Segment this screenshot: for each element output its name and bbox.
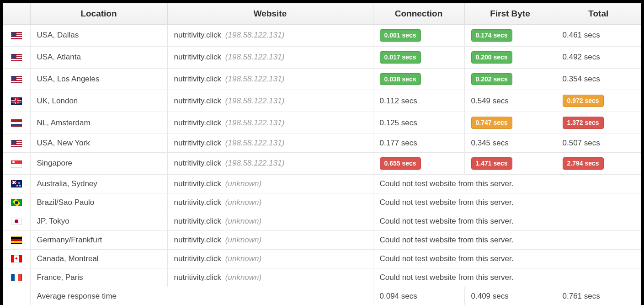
website-cell: nutritivity.click (198.58.122.131) [167,46,373,68]
website-ip: (unknown) [225,179,261,188]
total-cell: 0.461 secs [556,25,641,47]
average-flag-cell [3,287,30,305]
website-ip: (198.58.122.131) [225,53,285,61]
connection-cell: 0.125 secs [373,112,464,134]
table-row: UK, Londonnutritivity.click (198.58.122.… [3,90,641,112]
average-label: Average response time [30,287,373,305]
error-cell: Could not test website from this server. [373,268,641,287]
website-ip: (unknown) [225,217,261,225]
website-cell: nutritivity.click (unknown) [167,230,373,249]
flag-cell [3,25,30,47]
connection-cell: 0.655 secs [373,152,464,174]
website-cell: nutritivity.click (198.58.122.131) [167,68,373,90]
location-cell: Singapore [30,152,167,174]
total-cell: 1.372 secs [556,112,641,134]
average-first-byte: 0.409 secs [464,287,556,305]
first-byte-cell: 0.202 secs [464,68,556,90]
error-cell: Could not test website from this server. [373,249,641,268]
location-cell: USA, Atlanta [30,46,167,68]
latency-results-table: Location Website Connection First Byte T… [3,3,641,305]
table-row: Brazil/Sao Paulonutritivity.click (unkno… [3,193,641,212]
location-cell: USA, New York [30,134,167,152]
website-domain: nutritivity.click [174,179,222,188]
first-byte-cell: 0.174 secs [464,25,556,47]
flag-icon-us [11,32,22,39]
website-domain: nutritivity.click [174,75,222,83]
flag-cell [3,134,30,152]
latency-results-panel: Location Website Connection First Byte T… [0,0,644,305]
average-connection: 0.094 secs [373,287,464,305]
first-byte-cell: 0.549 secs [464,90,556,112]
website-ip: (unknown) [225,235,261,244]
time-badge: 0.174 secs [471,29,512,42]
flag-icon-de [11,236,22,244]
table-row: USA, Los Angelesnutritivity.click (198.5… [3,68,641,90]
flag-icon-ca [11,255,22,262]
header-first-byte[interactable]: First Byte [464,3,556,25]
website-cell: nutritivity.click (unknown) [167,212,373,230]
website-cell: nutritivity.click (198.58.122.131) [167,112,373,134]
website-ip: (198.58.122.131) [225,159,285,167]
time-badge: 2.794 secs [563,157,604,170]
website-domain: nutritivity.click [174,53,222,61]
website-domain: nutritivity.click [174,96,222,105]
first-byte-cell: 0.747 secs [464,112,556,134]
header-connection[interactable]: Connection [373,3,464,25]
website-cell: nutritivity.click (unknown) [167,174,373,193]
average-total: 0.761 secs [556,287,641,305]
location-cell: JP, Tokyo [30,212,167,230]
header-total[interactable]: Total [556,3,641,25]
website-cell: nutritivity.click (198.58.122.131) [167,134,373,152]
website-domain: nutritivity.click [174,254,222,263]
table-row: JP, Tokyonutritivity.click (unknown)Coul… [3,212,641,230]
website-cell: nutritivity.click (198.58.122.131) [167,25,373,47]
flag-icon-nl [11,119,22,127]
website-domain: nutritivity.click [174,198,222,207]
flag-icon-jp [11,218,22,225]
location-cell: USA, Los Angeles [30,68,167,90]
location-cell: Canada, Montreal [30,249,167,268]
connection-cell: 0.001 secs [373,25,464,47]
error-cell: Could not test website from this server. [373,230,641,249]
flag-icon-us [11,140,22,147]
flag-cell [3,249,30,268]
table-row: France, Parisnutritivity.click (unknown)… [3,268,641,287]
website-ip: (198.58.122.131) [225,118,285,127]
table-row: Singaporenutritivity.click (198.58.122.1… [3,152,641,174]
table-row: USA, Dallasnutritivity.click (198.58.122… [3,25,641,47]
website-cell: nutritivity.click (unknown) [167,193,373,212]
error-cell: Could not test website from this server. [373,174,641,193]
flag-cell [3,68,30,90]
location-cell: Australia, Sydney [30,174,167,193]
total-cell: 0.507 secs [556,134,641,152]
header-location[interactable]: Location [30,3,167,25]
flag-icon-fr [11,274,22,281]
flag-cell [3,230,30,249]
connection-cell: 0.038 secs [373,68,464,90]
website-ip: (unknown) [225,198,261,207]
flag-icon-au [11,180,22,187]
time-badge: 0.001 secs [380,29,421,42]
average-row: Average response time 0.094 secs 0.409 s… [3,287,641,305]
flag-cell [3,193,30,212]
time-badge: 0.747 secs [471,117,512,129]
table-row: Germany/Frankfurtnutritivity.click (unkn… [3,230,641,249]
time-badge: 1.372 secs [563,117,604,129]
location-cell: USA, Dallas [30,25,167,47]
flag-cell [3,268,30,287]
website-ip: (198.58.122.131) [225,75,285,83]
website-domain: nutritivity.click [174,31,222,39]
website-cell: nutritivity.click (198.58.122.131) [167,90,373,112]
time-badge: 0.038 secs [380,73,421,86]
flag-cell [3,212,30,230]
flag-cell [3,46,30,68]
flag-cell [3,90,30,112]
website-ip: (unknown) [225,273,261,282]
total-cell: 0.354 secs [556,68,641,90]
website-domain: nutritivity.click [174,139,222,147]
location-cell: Brazil/Sao Paulo [30,193,167,212]
header-website[interactable]: Website [167,3,373,25]
error-cell: Could not test website from this server. [373,212,641,230]
table-row: NL, Amsterdamnutritivity.click (198.58.1… [3,112,641,134]
website-cell: nutritivity.click (unknown) [167,249,373,268]
